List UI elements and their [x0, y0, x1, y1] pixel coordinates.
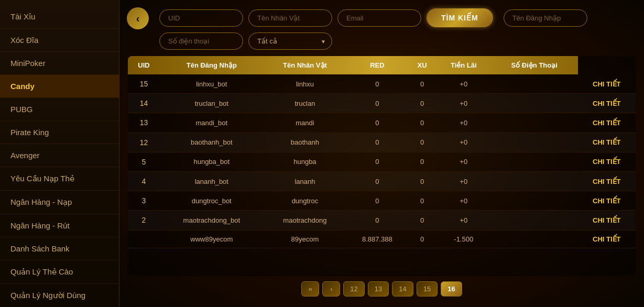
so-dien-thoai-input[interactable]	[159, 32, 243, 50]
back-button[interactable]: ‹	[127, 7, 149, 29]
sidebar-item-quan-ly-nguoi-dung[interactable]: Quản Lý Người Dùng	[0, 284, 119, 307]
sidebar-item-candy[interactable]: Candy	[0, 75, 119, 98]
search-bar: TÌM KIẾM Tất cảBotNgười dùng	[159, 8, 636, 50]
sidebar-item-yeu-cau-nap-the[interactable]: Yêu Cầu Nạp Thẻ	[0, 167, 119, 191]
sidebar-item-avenger[interactable]: Avenger	[0, 144, 119, 167]
cell-red: 0	[346, 171, 408, 191]
table-row: 3dungtroc_botdungtroc00+0CHI TIẾT	[128, 191, 636, 211]
table-row: 4lananh_botlananh00+0CHI TIẾT	[128, 171, 636, 191]
cell-action: CHI TIẾT	[578, 230, 636, 248]
search-button[interactable]: TÌM KIẾM	[427, 8, 493, 27]
cell-action: CHI TIẾT	[578, 191, 636, 211]
cell-red: 0	[346, 211, 408, 230]
cell-tien-lai: +0	[436, 113, 491, 133]
tat-ca-dropdown[interactable]: Tất cảBotNgười dùng	[248, 32, 332, 50]
pagination-page-13[interactable]: 13	[368, 281, 389, 297]
cell-so-dt	[491, 191, 578, 211]
cell-ten-nhan-vat: lananh	[264, 171, 347, 191]
ten-nhan-vat-input[interactable]	[248, 9, 332, 27]
cell-action: CHI TIẾT	[578, 133, 636, 152]
table-header-row: UIDTên Đăng NhậpTên Nhân VậtREDXUTiền Lã…	[128, 56, 636, 74]
pagination-prev[interactable]: ‹	[322, 281, 340, 297]
cell-xu: 0	[408, 230, 436, 248]
chi-tiet-button[interactable]: CHI TIẾT	[593, 178, 621, 185]
col-header-tên-nhân-vật: Tên Nhân Vật	[264, 56, 347, 74]
uid-input[interactable]	[159, 9, 243, 27]
cell-action: CHI TIẾT	[578, 74, 636, 94]
table-row: 12baothanh_botbaothanh00+0CHI TIẾT	[128, 133, 636, 152]
cell-uid: 13	[128, 113, 160, 133]
sidebar-item-quan-ly-the-cao[interactable]: Quản Lý Thẻ Cào	[0, 260, 119, 284]
pagination: «‹1213141516	[128, 276, 636, 299]
table-row: www89yecom89yecom8.887.3880-1.500CHI TIẾ…	[128, 230, 636, 248]
chi-tiet-button[interactable]: CHI TIẾT	[593, 197, 621, 205]
cell-uid: 2	[128, 211, 160, 230]
cell-uid: 5	[128, 152, 160, 171]
cell-red: 0	[346, 191, 408, 211]
col-header-tên-đăng-nhập: Tên Đăng Nhập	[160, 56, 264, 74]
cell-ten-nhan-vat: baothanh	[264, 133, 347, 152]
cell-ten-nhan-vat: maotrachdong	[264, 211, 347, 230]
pagination-page-12[interactable]: 12	[343, 281, 364, 297]
col-header-số-điện-thoại: Số Điện Thoại	[491, 56, 578, 74]
cell-ten-nhan-vat: mandi	[264, 113, 347, 133]
cell-red: 0	[346, 152, 408, 171]
table-row: 5hungba_bothungba00+0CHI TIẾT	[128, 152, 636, 171]
cell-xu: 0	[408, 133, 436, 152]
cell-action: CHI TIẾT	[578, 94, 636, 113]
cell-ten-nhan-vat: truclan	[264, 94, 347, 113]
cell-ten-nhan-vat: hungba	[264, 152, 347, 171]
table-header: UIDTên Đăng NhậpTên Nhân VậtREDXUTiền Lã…	[128, 56, 636, 74]
cell-ten-dang-nhap: truclan_bot	[160, 94, 264, 113]
sidebar-item-pirate-king[interactable]: Pirate King	[0, 121, 119, 144]
chi-tiet-button[interactable]: CHI TIẾT	[593, 100, 621, 107]
cell-xu: 0	[408, 74, 436, 94]
cell-tien-lai: +0	[436, 191, 491, 211]
cell-ten-nhan-vat: linhxu	[264, 74, 347, 94]
cell-red: 0	[346, 74, 408, 94]
dropdown-wrapper: Tất cảBotNgười dùng	[248, 32, 332, 50]
cell-uid: 4	[128, 171, 160, 191]
sidebar-item-xoc-dia[interactable]: Xóc Đĩa	[0, 29, 119, 52]
sidebar-item-ngan-hang-rut[interactable]: Ngân Hàng - Rút	[0, 214, 119, 237]
chi-tiet-button[interactable]: CHI TIẾT	[593, 158, 621, 166]
chi-tiet-button[interactable]: CHI TIẾT	[593, 119, 621, 127]
cell-red: 0	[346, 133, 408, 152]
cell-action: CHI TIẾT	[578, 211, 636, 230]
main-content: ‹ TÌM KIẾM Tất cảBotNgười dùng UIDTên Đă…	[119, 0, 644, 307]
chi-tiet-button[interactable]: CHI TIẾT	[593, 138, 621, 146]
sidebar-item-minipoker[interactable]: MiniPoker	[0, 52, 119, 75]
sidebar-item-danh-sach-bank[interactable]: Danh Sách Bank	[0, 237, 119, 260]
cell-uid: 3	[128, 191, 160, 211]
ten-dang-nhap-input[interactable]	[504, 9, 587, 27]
cell-ten-dang-nhap: dungtroc_bot	[160, 191, 264, 211]
cell-ten-dang-nhap: maotrachdong_bot	[160, 211, 264, 230]
cell-action: CHI TIẾT	[578, 113, 636, 133]
col-header-xu: XU	[408, 56, 436, 74]
chi-tiet-button[interactable]: CHI TIẾT	[593, 235, 621, 243]
cell-tien-lai: +0	[436, 152, 491, 171]
sidebar-item-ngan-hang-nap[interactable]: Ngân Hàng - Nạp	[0, 191, 119, 214]
email-input[interactable]	[337, 9, 421, 27]
pagination-page-16[interactable]: 16	[441, 281, 462, 297]
pagination-page-15[interactable]: 15	[417, 281, 438, 297]
cell-xu: 0	[408, 113, 436, 133]
pagination-first[interactable]: «	[301, 281, 319, 297]
cell-ten-dang-nhap: linhxu_bot	[160, 74, 264, 94]
col-header-tiền-lãi: Tiền Lãi	[436, 56, 491, 74]
cell-xu: 0	[408, 152, 436, 171]
cell-uid	[128, 230, 160, 248]
cell-so-dt	[491, 74, 578, 94]
pagination-page-14[interactable]: 14	[392, 281, 413, 297]
cell-so-dt	[491, 113, 578, 133]
sidebar-item-pubg[interactable]: PUBG	[0, 98, 119, 121]
cell-action: CHI TIẾT	[578, 171, 636, 191]
sidebar-item-tai-xiu[interactable]: Tài Xỉu	[0, 5, 119, 29]
chi-tiet-button[interactable]: CHI TIẾT	[593, 80, 621, 88]
cell-xu: 0	[408, 191, 436, 211]
cell-ten-dang-nhap: hungba_bot	[160, 152, 264, 171]
cell-so-dt	[491, 230, 578, 248]
chi-tiet-button[interactable]: CHI TIẾT	[593, 216, 621, 224]
cell-xu: 0	[408, 171, 436, 191]
table-row: 14truclan_bottruclan00+0CHI TIẾT	[128, 94, 636, 113]
